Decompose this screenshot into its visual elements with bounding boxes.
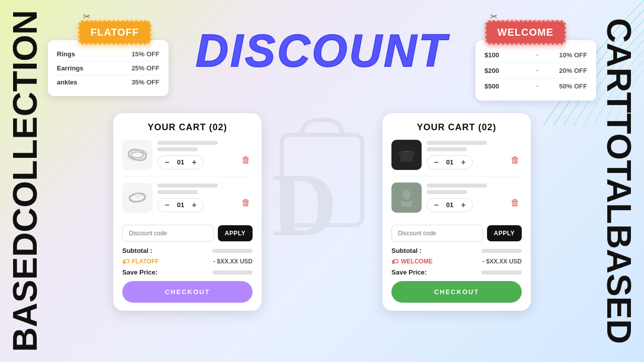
svg-point-7 (128, 192, 146, 204)
item-price-bar-2 (157, 190, 198, 194)
apply-btn-right[interactable]: APPLY (487, 225, 522, 241)
cart-title-right: YOUR CART (02) (391, 122, 522, 133)
subtotal-bar-left (212, 249, 253, 253)
coupon-row-left: 🏷 FLATOFF - $XX.XX USD (122, 257, 253, 265)
qty-control-1-left: − 01 + (157, 155, 204, 169)
qty-num-2-right: 01 (445, 201, 454, 209)
item-details-1-right: − 01 + 🗑 (427, 141, 522, 169)
background-watermark: D (267, 115, 377, 247)
discount-pct-100: 10% OFF (559, 51, 587, 59)
coupon-name-left: FLATOFF (132, 258, 159, 265)
discount-table-left: Rings 15% OFF Earrings 25% OFF ankles 35… (48, 40, 169, 96)
discount-pct-500: 50% OFF (559, 82, 587, 90)
discount-label-ankles: ankles (57, 78, 87, 86)
discount-label-rings: Rings (57, 50, 87, 58)
discount-row-500: $500 - 50% OFF (485, 78, 587, 94)
discount-row-ankles: ankles 35% OFF (57, 75, 159, 89)
scissors-icon-left: ✂ (83, 11, 91, 22)
coupon-welcome: ✂ WELCOME (485, 20, 566, 45)
save-bar-left (212, 270, 253, 275)
main-title: DISCOUNT (196, 25, 448, 77)
item-name-bar-1 (157, 141, 218, 145)
svg-point-9 (403, 190, 411, 200)
qty-control-2-left: − 01 + (157, 198, 204, 212)
qty-minus-1-right[interactable]: − (431, 157, 441, 167)
item-price-bar-1 (157, 147, 198, 151)
save-label-left: Save Price: (122, 268, 157, 276)
discount-input-left[interactable] (122, 225, 214, 242)
qty-plus-2-right[interactable]: + (458, 200, 468, 210)
discount-value-earrings: 25% OFF (131, 64, 159, 72)
cart-item-2-left: − 01 + 🗑 (122, 183, 253, 219)
discount-row-earrings: Earrings 25% OFF (57, 61, 159, 75)
qty-plus-1-right[interactable]: + (458, 157, 468, 167)
svg-text:D: D (272, 155, 337, 245)
coupon-badge-left: FLATOFF (78, 20, 151, 45)
apply-btn-left[interactable]: APPLY (218, 225, 253, 241)
subtotal-row-right: Subtotal : (391, 247, 522, 254)
delete-btn-2-left[interactable]: 🗑 (239, 196, 253, 210)
item-details-2-right: − 01 + 🗑 (427, 184, 522, 212)
delete-btn-1-right[interactable]: 🗑 (509, 153, 522, 167)
discount-value-ankles: 35% OFF (131, 78, 159, 86)
coupon-badge-right: WELCOME (485, 20, 566, 45)
svg-rect-8 (400, 151, 413, 162)
discount-amount-500: $500 (485, 82, 515, 90)
svg-point-3 (131, 152, 143, 158)
qty-control-1-right: − 01 + (427, 155, 473, 169)
cart-panel-left: YOUR CART (02) − 01 + 🗑 (113, 113, 262, 311)
discount-amount-100: $100 (485, 51, 515, 59)
side-text-based-right: BASED (602, 224, 636, 344)
checkout-btn-left[interactable]: CHECKOUT (122, 281, 253, 303)
subtotal-section-right: Subtotal : 🏷 WELCOME - $XX.XX USD Save P… (391, 247, 522, 276)
svg-point-6 (135, 192, 140, 197)
coupon-tag-left: 🏷 FLATOFF (122, 257, 159, 265)
checkout-btn-right[interactable]: CHECKOUT (391, 281, 522, 303)
qty-plus-1-left[interactable]: + (189, 157, 199, 167)
item-details-1-left: − 01 + 🗑 (157, 141, 253, 169)
save-bar-right (481, 270, 522, 275)
coupon-row-right: 🏷 WELCOME - $XX.XX USD (391, 257, 522, 265)
qty-plus-2-left[interactable]: + (189, 200, 199, 210)
cart-panel-right: YOUR CART (02) − 01 + 🗑 (382, 113, 531, 311)
delete-btn-1-left[interactable]: 🗑 (239, 153, 253, 167)
svg-point-4 (127, 147, 148, 162)
cart-title-left: YOUR CART (02) (122, 122, 253, 133)
item-name-bar-2 (157, 184, 218, 188)
discount-table-right: $100 - 10% OFF $200 - 20% OFF $500 - 50%… (475, 40, 596, 101)
side-text-collection: COLLECTION (8, 10, 42, 232)
delete-btn-2-right[interactable]: 🗑 (509, 196, 522, 210)
discount-input-right[interactable] (391, 225, 483, 242)
item-image-1-left (122, 140, 152, 170)
save-row-right: Save Price: (391, 268, 522, 276)
subtotal-row-left: Subtotal : (122, 247, 253, 254)
discount-code-area-left: APPLY (122, 225, 253, 242)
item-details-2-left: − 01 + 🗑 (157, 184, 253, 212)
cart-item-1-right: − 01 + 🗑 (391, 140, 522, 176)
item-image-2-left (122, 183, 152, 213)
qty-minus-2-right[interactable]: − (431, 200, 441, 210)
subtotal-section-left: Subtotal : 🏷 FLATOFF - $XX.XX USD Save P… (122, 247, 253, 276)
save-label-right: Save Price: (391, 268, 427, 276)
side-text-cart: CART (602, 18, 636, 113)
item-name-bar-r1 (427, 141, 487, 145)
item-name-bar-r2 (427, 184, 487, 188)
discount-row-200: $200 - 20% OFF (485, 63, 587, 78)
qty-num-2-left: 01 (176, 201, 185, 209)
save-row-left: Save Price: (122, 268, 253, 276)
coupon-name-right: WELCOME (401, 258, 433, 265)
discount-value-rings: 15% OFF (131, 50, 159, 58)
discount-label-earrings: Earrings (57, 64, 87, 72)
qty-minus-1-left[interactable]: − (162, 157, 172, 167)
discount-amount-200: $200 (485, 67, 515, 74)
qty-control-2-right: − 01 + (427, 198, 473, 212)
discount-code-area-right: APPLY (391, 225, 522, 242)
qty-num-1-left: 01 (176, 158, 185, 166)
side-text-based-left: BASED (8, 232, 42, 352)
item-image-2-right (391, 183, 422, 213)
qty-minus-2-left[interactable]: − (162, 200, 172, 210)
subtotal-bar-right (481, 249, 522, 253)
item-price-bar-r2 (427, 190, 467, 194)
side-text-left-container: COLLECTION BASED (8, 0, 42, 362)
side-text-right-container: CART TOTAL BASED (602, 0, 636, 362)
